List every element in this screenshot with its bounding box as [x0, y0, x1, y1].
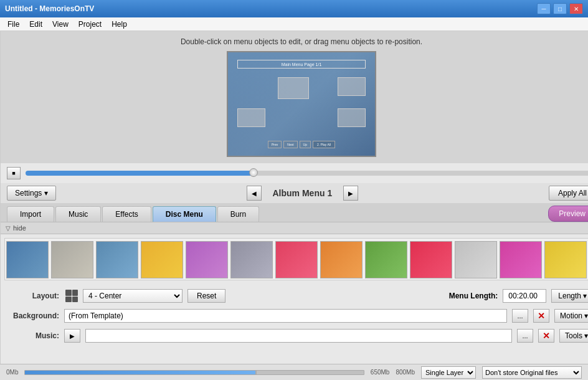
motion-button[interactable]: Motion ▾ — [554, 309, 588, 323]
music-play-button[interactable]: ▶ — [64, 329, 80, 343]
thumbnail-1[interactable] — [51, 241, 93, 278]
tools-dropdown-icon: ▾ — [584, 331, 588, 340]
tab-burn[interactable]: Burn — [217, 206, 259, 222]
motion-label: Motion — [560, 311, 582, 320]
length-button[interactable]: Length ▾ — [551, 289, 588, 303]
tab-music[interactable]: Music — [55, 206, 101, 222]
storage-progress-track — [24, 370, 364, 375]
close-button[interactable]: ✕ — [569, 3, 583, 14]
content-area: VideoDisc: 1 album(s) ⊞ Album 1 + ✕ ↺ ✏ … — [0, 31, 588, 364]
slider-area: ■ — [1, 163, 588, 183]
apply-area: Apply All — [549, 186, 588, 201]
prev-menu-button[interactable]: ◀ — [247, 186, 262, 201]
tab-import[interactable]: Import — [7, 206, 54, 222]
settings-button[interactable]: Settings ▾ — [7, 186, 56, 201]
music-clear-button[interactable]: ✕ — [538, 329, 554, 343]
preview-hint: Double-click on menu objects to edit, or… — [181, 37, 422, 46]
music-browse-button[interactable]: ... — [517, 329, 533, 343]
thumbnail-0[interactable] — [6, 241, 49, 278]
tools-label: Tools — [565, 331, 582, 340]
storage-progress-marker — [255, 371, 257, 374]
background-row: Background: ... ✕ Motion ▾ — [9, 309, 588, 323]
tab-bar: Import Music Effects Disc Menu Burn Prev… — [1, 203, 588, 222]
slider-thumb[interactable] — [249, 168, 258, 177]
menu-bar: File Edit View Project Help — [0, 17, 588, 31]
thumbnail-11[interactable] — [500, 241, 542, 278]
nav-controls: Settings ▾ ◀ Album Menu 1 ▶ Apply All — [1, 183, 588, 203]
music-row: Music: ▶ ... ✕ Tools ▾ — [9, 329, 588, 343]
main-container: VideoDisc: 1 album(s) ⊞ Album 1 + ✕ ↺ ✏ … — [0, 31, 588, 380]
motion-dropdown-icon: ▾ — [584, 311, 588, 320]
next-btn[interactable]: Next — [283, 141, 297, 148]
maximize-button[interactable]: □ — [553, 3, 567, 14]
tab-disc-menu[interactable]: Disc Menu — [153, 206, 216, 222]
preview-title-bar: Main Menu Page 1/1 — [237, 60, 366, 69]
menu-help[interactable]: Help — [107, 19, 132, 30]
thumbnail-8[interactable] — [365, 241, 407, 278]
layout-cell-2 — [72, 290, 78, 296]
preview-thumb-center[interactable] — [278, 77, 309, 99]
slider-track[interactable] — [26, 171, 588, 176]
single-layer-select[interactable]: Single Layer — [421, 366, 476, 379]
thumbnail-2[interactable] — [96, 241, 138, 278]
menu-length-value: 00:20.00 — [503, 289, 546, 303]
thumbnail-5[interactable] — [230, 241, 273, 278]
thumbnail-strip: ▶ — [4, 238, 588, 280]
preview-thumb-bl[interactable] — [237, 108, 265, 127]
status-left-label: 0Mb — [6, 369, 18, 376]
thumb-scroll-area[interactable] — [5, 239, 588, 280]
thumbnail-7[interactable] — [320, 241, 363, 278]
thumbnail-9[interactable] — [410, 241, 452, 278]
play-all-btn[interactable]: 2. Play All — [313, 141, 335, 148]
preview-title-text: Main Menu Page 1/1 — [282, 62, 322, 67]
storage-progress-fill — [25, 371, 255, 374]
menu-name-label: Album Menu 1 — [265, 188, 340, 198]
tab-effects[interactable]: Effects — [102, 206, 151, 222]
hide-bar: ▽ hide — [1, 222, 588, 234]
preview-button[interactable]: Preview — [548, 206, 588, 222]
layout-row: Layout: 4 - Center Reset Menu Length: 00… — [9, 289, 588, 303]
title-bar: Untitled - MemoriesOnTV ─ □ ✕ — [0, 0, 588, 17]
status-mid-label: 650Mb — [371, 369, 390, 376]
prev-btn[interactable]: Prev — [268, 141, 282, 148]
apply-all-button[interactable]: Apply All — [549, 186, 588, 201]
preview-area: Double-click on menu objects to edit, or… — [1, 31, 588, 163]
menu-view[interactable]: View — [47, 19, 74, 30]
preview-frame: Main Menu Page 1/1 Prev Next — [227, 51, 376, 157]
hide-label[interactable]: hide — [13, 224, 26, 232]
status-bar: 0Mb 650Mb 800Mb Single Layer Don't store… — [0, 364, 588, 380]
layout-select[interactable]: 4 - Center — [83, 289, 183, 303]
nav-center-area: ◀ Album Menu 1 ▶ — [247, 186, 359, 201]
menu-project[interactable]: Project — [74, 19, 107, 30]
background-clear-button[interactable]: ✕ — [533, 309, 549, 323]
menu-file[interactable]: File — [2, 19, 24, 30]
background-browse-button[interactable]: ... — [512, 309, 528, 323]
thumbnail-3[interactable] — [141, 241, 183, 278]
slider-icon: ■ — [7, 167, 21, 179]
length-btn-label: Length — [558, 292, 581, 300]
thumbnail-4[interactable] — [186, 241, 228, 278]
background-input[interactable] — [64, 309, 507, 323]
tools-button[interactable]: Tools ▾ — [559, 329, 588, 343]
minimize-button[interactable]: ─ — [537, 3, 551, 14]
menu-edit[interactable]: Edit — [24, 19, 47, 30]
thumbnail-6[interactable] — [275, 241, 318, 278]
thumbnail-12[interactable] — [544, 241, 587, 278]
layout-cell-4 — [72, 297, 78, 303]
dont-store-select[interactable]: Don't store Original files — [482, 366, 582, 379]
up-btn[interactable]: Up — [300, 141, 311, 148]
length-dropdown-icon: ▾ — [583, 292, 587, 300]
hide-triangle-icon: ▽ — [6, 225, 11, 232]
music-label: Music: — [9, 331, 59, 340]
next-menu-button[interactable]: ▶ — [343, 186, 358, 201]
layout-cell-1 — [65, 290, 72, 296]
reset-button[interactable]: Reset — [187, 289, 225, 303]
menu-length-text: 00:20.00 — [508, 292, 538, 300]
preview-nav-bar: Prev Next Up 2. Play All — [268, 141, 335, 148]
music-input[interactable] — [85, 329, 512, 343]
form-area: Layout: 4 - Center Reset Menu Length: 00… — [1, 284, 588, 348]
preview-thumb-br[interactable] — [338, 108, 366, 127]
layout-cell-3 — [65, 297, 72, 303]
thumbnail-10[interactable] — [455, 241, 497, 278]
preview-thumb-tr[interactable] — [338, 77, 366, 96]
